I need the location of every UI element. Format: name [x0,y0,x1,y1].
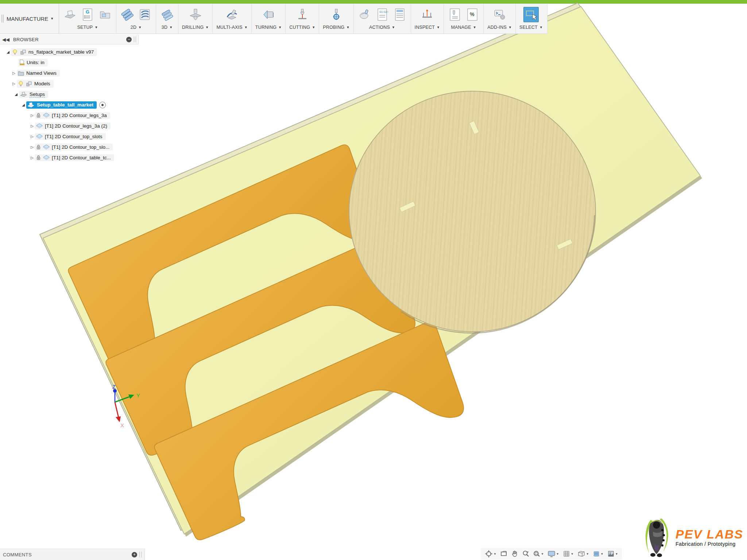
tree-row-op-1[interactable]: ▷ [T1] 2D Contour_legs_3a [0,110,139,121]
toolbar-group-inspect: INSPECT▼ [411,4,444,34]
panel-resize-handle[interactable] [134,36,136,42]
menu-addins[interactable]: ADD-INS▼ [487,24,512,31]
folder-part-icon [98,8,112,21]
2d-pocket-icon [138,8,152,22]
collapse-panel-icon[interactable]: ◀◀ [2,37,9,42]
expanded-icon[interactable]: ◢ [5,50,11,54]
cutting-button[interactable] [295,7,310,22]
setup-folder-button[interactable] [98,7,112,22]
probe-icon [329,8,343,22]
expanded-icon[interactable]: ◢ [13,92,19,96]
tree-row-setup-selected[interactable]: ◢ Setup_table_tall_market [0,100,139,110]
2d-adaptive-button[interactable] [120,7,135,22]
effects-button[interactable]: ▼ [606,550,619,557]
setup-icon [27,102,35,108]
measure-button[interactable] [420,7,434,22]
select-tool-button[interactable] [523,7,539,22]
toolbar-group-2d: 2D▼ [116,4,156,34]
visibility-bulb-icon[interactable] [18,81,24,87]
grid-display-button[interactable]: ▼ [562,550,575,557]
menu-drilling[interactable]: DRILLING▼ [182,24,209,31]
collapsed-icon[interactable]: ▷ [29,113,35,117]
navigation-bar: ▼ ▼ [481,548,622,560]
svg-text:G: G [86,9,89,15]
tree-row-units[interactable]: Units: in [0,57,139,68]
machining-time-button[interactable]: % [465,7,480,22]
drilling-button[interactable] [188,7,203,22]
tree-row-setups[interactable]: ◢ Setups [0,89,139,100]
operation-icon [43,113,50,118]
tree-row-op-4[interactable]: ▷ [T1] 2D Contour_top_slo... [0,142,139,152]
chevron-down-icon: ▼ [138,26,142,29]
selected-setup[interactable]: Setup_table_tall_market [26,101,97,109]
menu-2d[interactable]: 2D▼ [131,24,142,31]
toolbar-drag-handle[interactable] [0,4,5,34]
toolbar-group-select: SELECT▼ [515,4,546,34]
table-top[interactable] [349,91,596,333]
look-at-button[interactable] [499,550,508,557]
3d-pocket-button[interactable] [160,7,174,22]
collapsed-icon[interactable]: ▷ [11,71,17,75]
lock-icon [36,144,41,150]
visibility-bulb-icon[interactable] [12,49,18,55]
workspace-selector[interactable]: MANUFACTURE ▼ [5,4,59,34]
menu-3d[interactable]: 3D▼ [162,24,173,31]
panel-resize-handle[interactable] [139,552,142,557]
workspace-label: MANUFACTURE [7,16,48,22]
turning-button[interactable] [261,7,276,22]
collapsed-icon[interactable]: ▷ [29,135,35,139]
collapsed-icon[interactable]: ▷ [29,124,35,128]
active-setup-radio[interactable] [99,102,106,108]
toolbar-group-actions: G1 G2 G3 ACTIONS▼ [353,4,411,34]
tree-row-op-3[interactable]: ▷ [T1] 2D Contour_top_slots [0,131,139,142]
display-settings-button[interactable]: ▼ [546,550,560,557]
chevron-down-icon: ▼ [169,26,173,29]
select-cursor-icon [524,8,538,22]
menu-setup[interactable]: SETUP▼ [77,24,98,31]
add-comment-icon[interactable]: + [132,552,137,557]
display-settings-icon [547,550,556,557]
zoom-window-button[interactable]: ▼ [532,550,545,557]
tree-row-models[interactable]: ▷ Models [0,78,139,89]
menu-turning[interactable]: TURNING▼ [255,24,282,31]
collapsed-icon[interactable]: ▷ [11,82,17,86]
menu-actions[interactable]: ACTIONS▼ [369,24,395,31]
comments-title: COMMENTS [3,552,132,557]
tree-row-op-5[interactable]: ▷ [T1] 2D Contour_table_tc... [0,152,139,163]
pan-button[interactable] [510,550,519,557]
zoom-button[interactable] [521,550,530,557]
comments-panel[interactable]: COMMENTS + [0,549,145,560]
tree-row-named-views[interactable]: ▷ Named Views [0,68,139,78]
tree-row-root[interactable]: ◢ ns_flatpack_market_table v97 [0,47,139,57]
multiaxis-button[interactable] [225,7,239,22]
scripts-addins-button[interactable] [492,7,507,22]
menu-multiaxis[interactable]: MULTI-AXIS▼ [216,24,247,31]
setup-sheet-button[interactable] [392,7,407,22]
menu-probing[interactable]: PROBING▼ [323,24,349,31]
tool-library-button[interactable] [448,7,462,22]
chevron-down-icon: ▼ [586,552,589,556]
post-process-button[interactable]: G [80,7,95,22]
chevron-down-icon: ▼ [312,26,315,29]
operation-icon [36,134,43,139]
orbit-button[interactable]: ▼ [484,550,498,558]
menu-select[interactable]: SELECT▼ [519,24,543,31]
browser-title: BROWSER [13,37,126,42]
browser-panel: ◀◀ BROWSER − ◢ ns_flatpack_market_table … [0,35,139,163]
post-button[interactable]: G1 G2 G3 [375,7,390,22]
tree-row-op-2[interactable]: ▷ [T1] 2D Contour_legs_3a (2) [0,121,139,131]
menu-cutting[interactable]: CUTTING▼ [289,24,315,31]
menu-manage[interactable]: MANAGE▼ [451,24,476,31]
expanded-icon[interactable]: ◢ [20,103,26,107]
operation-icon [36,123,43,129]
viewports-button[interactable]: ▼ [576,550,590,557]
visual-style-button[interactable]: ▼ [592,550,605,557]
probing-button[interactable] [329,7,344,22]
collapsed-icon[interactable]: ▷ [29,145,35,149]
collapsed-icon[interactable]: ▷ [29,156,35,160]
2d-pocket-button[interactable] [138,7,152,22]
simulate-button[interactable] [357,7,372,22]
remove-panel-icon[interactable]: − [126,37,132,42]
new-setup-button[interactable] [63,7,77,22]
menu-inspect[interactable]: INSPECT▼ [415,24,440,31]
